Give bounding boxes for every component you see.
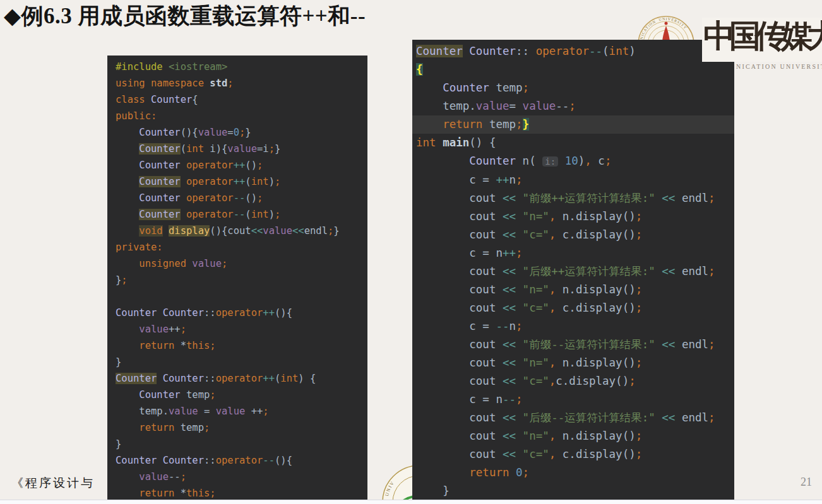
code-line: cout << "c=",c.display(); xyxy=(412,372,734,390)
code-line: Counter operator--(int); xyxy=(107,206,367,223)
code-line: Counter operator++(int); xyxy=(107,173,367,190)
code-line: cout << "后缀--运算符计算结果:" << endl; xyxy=(412,409,734,427)
slide-title: ◆例6.3 用成员函数重载运算符++和-- xyxy=(4,1,366,31)
code-line: class Counter{ xyxy=(107,91,367,108)
code-line: c = n++; xyxy=(412,244,734,262)
code-line: c = n--; xyxy=(412,390,734,409)
code-line: Counter(int i){value=i;} xyxy=(107,141,367,157)
code-line: cout << "n=", n.display(); xyxy=(412,281,734,299)
code-line: Counter temp; xyxy=(412,79,734,97)
code-line: cout << "n=", n.display(); xyxy=(412,208,734,226)
bottom-strip xyxy=(0,500,822,504)
code-line: } xyxy=(412,482,734,500)
code-line: cout << "n=", n.display(); xyxy=(412,427,734,445)
code-line: Counter operator++(); xyxy=(107,157,367,173)
code-line: Counter Counter:: operator--(int) xyxy=(412,42,734,61)
code-line: { xyxy=(412,61,734,79)
code-line: return temp; xyxy=(107,419,367,436)
code-line: #include <iostream> xyxy=(107,59,367,75)
code-line: Counter n( i: 10), c; xyxy=(412,152,734,171)
code-line: cout << "后缀++运算符计算结果:" << endl; xyxy=(412,262,734,281)
code-line: c = --n; xyxy=(412,317,734,336)
code-line: cout << "c=", c.display(); xyxy=(412,226,734,244)
code-line: } xyxy=(107,354,367,370)
code-line: cout << "前缀++运算符计算结果:" << endl; xyxy=(412,189,734,208)
code-line: return *this; xyxy=(107,337,367,354)
footer-course-title: 《程序设计与 xyxy=(11,475,95,491)
code-line: cout << "前缀--运算符计算结果:" << endl; xyxy=(412,336,734,354)
code-line: using namespace std; xyxy=(107,75,367,91)
code-line: temp.value= value--; xyxy=(412,97,734,115)
code-line: temp.value = value ++; xyxy=(107,403,367,419)
code-line: value++; xyxy=(107,321,367,337)
right-code-panel: Counter Counter:: operator--(int){ Count… xyxy=(412,40,734,502)
left-code-panel: #include <iostream>using namespace std;c… xyxy=(107,56,367,504)
code-line xyxy=(107,288,367,305)
cuc-calligraphy-logo: 中国传媒大学 xyxy=(703,18,822,57)
code-line: } xyxy=(107,436,367,452)
code-line: return 0; xyxy=(412,464,734,482)
code-line: int main() { xyxy=(412,134,734,152)
code-line: cout << "c=", c.display(); xyxy=(412,445,734,464)
code-line: cout << "n=", n.display(); xyxy=(412,354,734,372)
code-line: return temp;} xyxy=(412,115,734,134)
code-line: Counter operator--(); xyxy=(107,190,367,206)
code-line: c = ++n; xyxy=(412,171,734,189)
code-line: Counter Counter::operator++(){ xyxy=(107,305,367,321)
code-line: unsigned value; xyxy=(107,255,367,272)
code-line: Counter(){value=0;} xyxy=(107,124,367,141)
code-line: cout << "c=", c.display(); xyxy=(412,299,734,317)
cuc-logo-card: 中国传媒大学 xyxy=(702,18,822,62)
code-line: private: xyxy=(107,239,367,255)
university-caps-text: NICATION UNIVERSITY O xyxy=(736,63,822,70)
code-line: Counter Counter::operator++(int) { xyxy=(107,370,367,387)
page-number: 21 xyxy=(801,476,812,489)
code-line: public: xyxy=(107,108,367,124)
code-line: void display(){cout<<value<<endl;} xyxy=(107,223,367,239)
code-line: Counter temp; xyxy=(107,387,367,403)
code-line: Counter Counter::operator--(){ xyxy=(107,452,367,469)
code-line: value--; xyxy=(107,469,367,485)
code-line: }; xyxy=(107,272,367,288)
